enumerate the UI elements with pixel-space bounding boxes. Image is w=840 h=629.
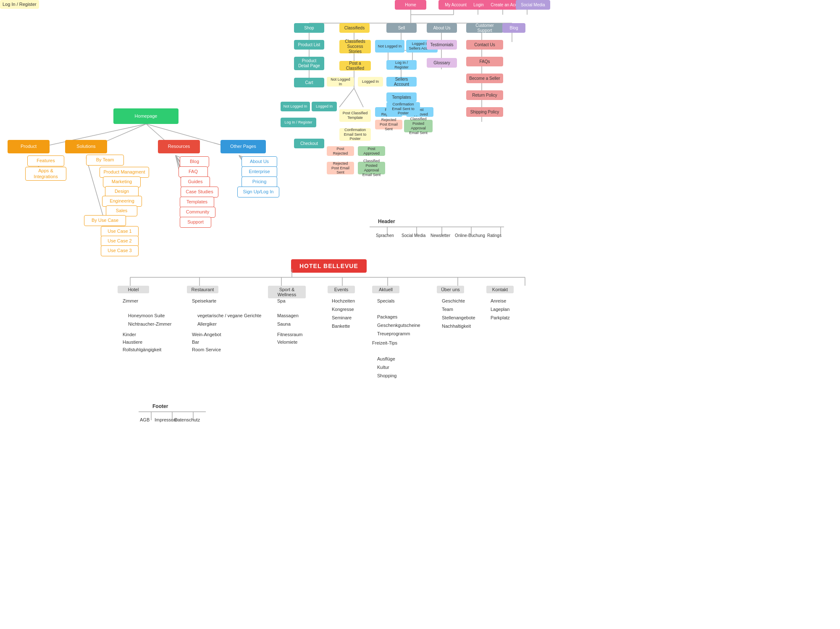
rollstuhl-text: Rollstuhlgängigkeit	[123, 347, 161, 352]
vegetarisch-text: vegetarische / vegane Gerichte	[197, 313, 261, 318]
classifieds-success-node: Classifieds Success Stories	[339, 40, 371, 53]
contact-us-node: Contact Us	[466, 40, 503, 50]
shop-node: Shop	[294, 23, 324, 33]
svg-line-47	[354, 88, 363, 107]
classified-approval-1: Classified Posted Approval Email Sent	[358, 162, 385, 174]
confirmation-sell-2: Confirmation Email Sent to Poster	[386, 102, 420, 116]
team-text: Team	[442, 307, 453, 312]
rejected-email-1: Rejected Post Email Sent	[327, 162, 354, 174]
faqs-node: FAQs	[466, 57, 503, 66]
log-register-1: Log In / Register	[0, 0, 39, 9]
agb-text: AGB	[140, 417, 150, 422]
not-logged-sellers: Not Logged In	[375, 40, 404, 53]
freizeit-tips-text: Freizeit-Tips	[372, 340, 397, 345]
case-studies-node: Case Studies	[181, 187, 218, 197]
enterprise-node: Enterprise	[242, 166, 277, 177]
support-node: Support	[180, 217, 211, 228]
post-rejected-1: Post Rejected	[327, 146, 354, 156]
templates-node: Templates	[180, 197, 214, 208]
kultur-text: Kultur	[377, 365, 389, 370]
velomiete-text: Velomiete	[277, 340, 297, 345]
sauna-text: Sauna	[277, 321, 291, 326]
checkout-node: Checkout	[294, 139, 324, 148]
kontakt-section: Kontakt	[486, 286, 514, 293]
kinder-text: Kinder	[123, 332, 136, 337]
faq-node: FAQ	[178, 166, 208, 177]
online-buchung-label: Online-Buchung	[455, 233, 485, 238]
newsletter-label: Newsletter	[430, 233, 450, 238]
resources-node: Resources	[158, 140, 200, 153]
product-node: Product	[8, 140, 50, 153]
logged-in-cart: Logged In	[312, 102, 337, 111]
become-seller-node: Become a Seller	[466, 74, 503, 83]
log-register-cart: Log In / Register	[281, 118, 316, 127]
hochzeiten-text: Hochzeiten	[332, 298, 355, 303]
logged-in-1: Logged In	[358, 77, 383, 87]
spa-text: Spa	[277, 298, 286, 303]
stellenangebote-text: Stellenangebote	[442, 315, 475, 320]
post-classified-template-node: Post Classified Template	[339, 109, 371, 122]
glossary-node: Glossary	[427, 58, 457, 68]
signup-node: Sign Up/Log In	[237, 187, 279, 197]
rejected-email-sell: Rejected Post Email Sent	[375, 120, 402, 129]
wein-text: Wein-Angebot	[192, 332, 221, 337]
sport-section: Sport & Wellness	[268, 286, 306, 298]
bankette-text: Bankette	[332, 324, 350, 329]
kongresse-text: Kongresse	[332, 307, 354, 312]
confirmation-email-1: Confirmation Email Sent to Poster	[339, 128, 371, 141]
speisekarte-text: Speisekarte	[192, 298, 216, 303]
guides-node: Guides	[181, 176, 210, 187]
shopping-text: Shopping	[377, 373, 397, 378]
not-logged-cart: Not Logged In	[281, 102, 310, 111]
nichtraucher-text: Nichtraucher-Zimmer	[128, 321, 171, 326]
homepage-node: Homepage	[113, 108, 178, 124]
packages-text: Packages	[377, 314, 397, 319]
restaurant-section: Restaurant	[187, 286, 218, 293]
aktuell-section: Aktuell	[372, 286, 399, 293]
product-detail-node: Product Detail Page	[294, 57, 324, 70]
massagen-text: Massagen	[277, 313, 299, 318]
geschenkgutscheine-text: Geschenkgutscheine	[377, 323, 420, 328]
treueprogramm-text: Treueprogramm	[377, 331, 410, 336]
login-node: Login	[467, 0, 490, 10]
post-classified-node: Post a Classified	[339, 61, 371, 71]
honeymoon-text: Honeymoon Suite	[128, 313, 165, 318]
anreise-text: Anreise	[491, 298, 506, 303]
ausfluege-text: Ausflüge	[377, 356, 395, 361]
product-list-node: Product List	[294, 40, 324, 50]
nachhaltigkeit-text: Nachhaltigkeit	[442, 324, 471, 329]
solutions-node: Solutions	[65, 140, 107, 153]
datenschutz-text: Datenschutz	[174, 417, 200, 422]
parkplatz-text: Parkplatz	[491, 315, 510, 320]
cart-node: Cart	[294, 78, 324, 87]
hotel-section: Hotel	[118, 286, 149, 293]
classifieds-node: Classifieds	[339, 23, 370, 33]
log-register-sell: Log In / Register	[386, 60, 417, 70]
not-logged-1: Not Logged In	[327, 77, 354, 87]
geschichte-text: Geschichte	[442, 298, 465, 303]
sellers-account-node: Sellers Account	[386, 77, 417, 87]
blog-node: Blog	[180, 156, 209, 167]
fitnessraum-text: Fitnessraum	[277, 332, 303, 337]
shipping-policy-node: Shipping Policy	[466, 107, 503, 117]
features-node: Features	[27, 155, 64, 166]
seminare-text: Seminare	[332, 315, 352, 320]
about-us-node: About Us	[242, 156, 277, 167]
haustiere-text: Haustiere	[123, 340, 142, 345]
pricing-node: Pricing	[242, 176, 277, 187]
post-approved-1: Post Approved	[358, 146, 385, 156]
header-label: Header	[378, 218, 395, 224]
social-media-node: Social Media	[516, 0, 550, 10]
social-media-label: Social Media	[402, 233, 425, 238]
allergiker-text: Allergiker	[197, 321, 217, 326]
testimonials-node: Testimonials	[427, 40, 457, 50]
other-pages-node: Other Pages	[220, 140, 266, 153]
customer-support-node: Customer Support	[466, 23, 503, 33]
blog-2-node: Blog	[502, 23, 525, 33]
by-team-node: By Team	[86, 155, 124, 166]
svg-line-46	[339, 88, 354, 107]
room-service-text: Room Service	[192, 347, 221, 352]
community-node: Community	[180, 207, 215, 218]
zimmer-text: Zimmer	[123, 298, 138, 303]
footer-label: Footer	[152, 403, 168, 409]
